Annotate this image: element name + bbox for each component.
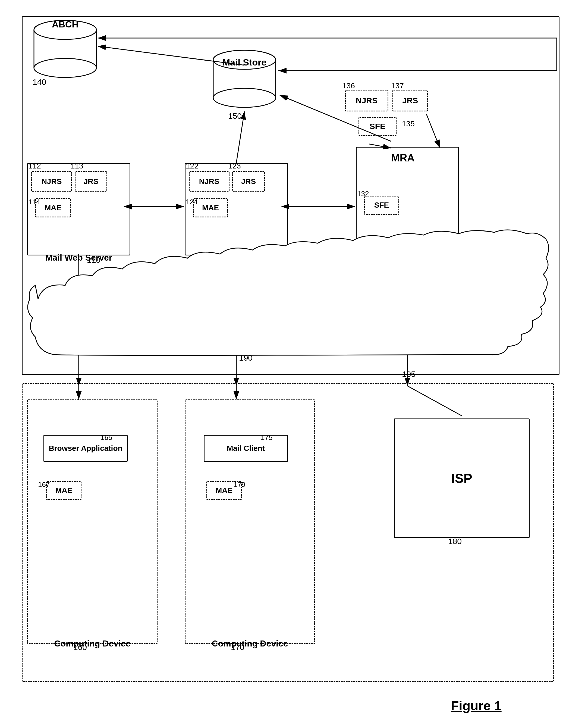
mae-box-cd1: MAE bbox=[46, 481, 82, 500]
jrs-box-mws: JRS bbox=[75, 171, 107, 191]
label-120: 120 bbox=[245, 256, 258, 265]
label-150: 150 bbox=[228, 112, 242, 121]
label-190: 190 bbox=[239, 353, 253, 363]
label-170: 170 bbox=[231, 643, 245, 652]
browser-app-box: Browser Application bbox=[43, 435, 128, 462]
sfe-box-top-right: SFE bbox=[358, 117, 397, 136]
mail-client-box: Mail Client bbox=[204, 435, 288, 462]
label-136: 136 bbox=[342, 82, 355, 90]
label-122: 122 bbox=[186, 162, 198, 170]
label-123: 123 bbox=[228, 162, 241, 170]
label-137: 137 bbox=[391, 82, 404, 90]
mae-box-cd2: MAE bbox=[206, 481, 242, 500]
mae-box-mws: MAE bbox=[35, 198, 70, 217]
cd2-title: Computing Device bbox=[185, 639, 315, 649]
isp-box: ISP bbox=[394, 419, 530, 538]
jrs-box-ms: JRS bbox=[232, 171, 265, 191]
figure-label: Figure 1 bbox=[451, 699, 502, 713]
mae-box-ms: MAE bbox=[193, 198, 228, 217]
mra-label: MRA bbox=[391, 152, 415, 164]
njrs-box-top-right: NJRS bbox=[345, 90, 388, 112]
cd1-title: Computing Device bbox=[27, 639, 158, 649]
mail-server-title: Mail Server bbox=[185, 253, 288, 263]
label-113: 113 bbox=[70, 162, 83, 170]
label-165: 165 bbox=[101, 433, 112, 442]
diagram-container: 105 ABCH 140 Mail Store 150 136 137 NJRS… bbox=[16, 11, 570, 712]
label-160: 160 bbox=[73, 643, 87, 652]
label-140: 140 bbox=[33, 78, 46, 87]
mailstore-label: Mail Store bbox=[212, 57, 277, 68]
jrs-box-top-right: JRS bbox=[393, 90, 428, 112]
label-110: 110 bbox=[87, 256, 101, 265]
label-112: 112 bbox=[28, 162, 41, 170]
svg-point-10 bbox=[213, 88, 276, 107]
abch-label: ABCH bbox=[33, 19, 98, 29]
label-180: 180 bbox=[448, 537, 462, 546]
njrs-box-mws: NJRS bbox=[31, 171, 72, 191]
svg-point-4 bbox=[34, 58, 97, 78]
label-135: 135 bbox=[402, 120, 415, 128]
label-105: 105 bbox=[402, 369, 416, 379]
njrs-box-ms: NJRS bbox=[189, 171, 230, 191]
sfe-box-mra: SFE bbox=[364, 196, 399, 215]
label-130: 130 bbox=[451, 250, 464, 259]
network-label: Network bbox=[247, 307, 288, 319]
label-175: 175 bbox=[261, 433, 272, 442]
mail-web-server-title: Mail Web Server bbox=[27, 253, 130, 263]
